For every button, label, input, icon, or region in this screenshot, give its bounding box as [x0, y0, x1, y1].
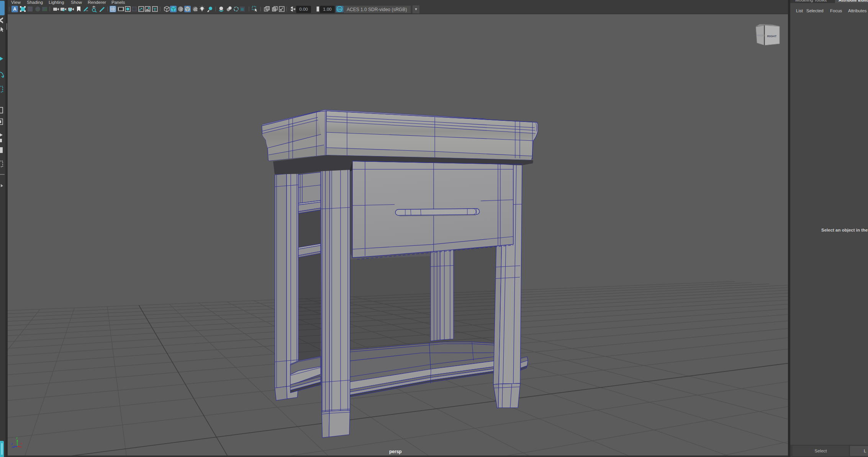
svg-text:RIGHT: RIGHT: [767, 35, 777, 38]
svg-text:x: x: [21, 442, 22, 445]
svg-text:z: z: [11, 442, 13, 445]
svg-text:B: B: [62, 8, 65, 12]
svg-text:FRON: FRON: [756, 34, 764, 37]
svg-text:T: T: [154, 7, 157, 12]
svg-text:A: A: [13, 7, 16, 12]
svg-text:y: y: [16, 436, 18, 439]
svg-text:GN: GN: [337, 8, 342, 11]
